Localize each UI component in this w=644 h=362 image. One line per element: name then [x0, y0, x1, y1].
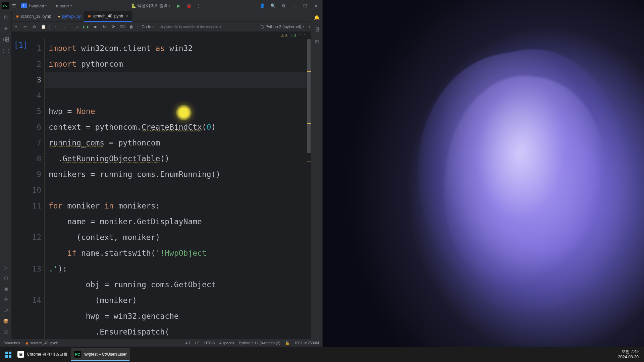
- database-tool-button[interactable]: 🗄: [313, 26, 321, 33]
- taskbar-chrome-remote[interactable]: ▣ Chrome 원격 데스크톱: [14, 348, 71, 361]
- move-down-button[interactable]: ↓: [61, 23, 68, 31]
- caret-position[interactable]: 4:1: [185, 341, 191, 345]
- separator: [158, 24, 158, 29]
- minimize-button[interactable]: —: [289, 1, 300, 10]
- project-name: hwptest: [29, 3, 44, 8]
- system-tray[interactable]: 오전 7:49 2024-08-30: [618, 349, 641, 360]
- interpreter-selector[interactable]: Python 3.12 (hwptest) (2): [239, 341, 280, 345]
- inspections-widget[interactable]: ⚠ 3 ✓ 3 ˄ ˅: [281, 32, 306, 39]
- chevron-down-icon: ▾: [45, 4, 47, 7]
- project-tool-button[interactable]: 🗀: [2, 13, 10, 20]
- titlebar: PC ☰ H hwptest ▾ ᚶ master ▾ 🐍 엑셀이미지출력 ▾ …: [0, 0, 322, 11]
- indent-settings[interactable]: 4 spaces: [219, 341, 234, 345]
- restart-button[interactable]: ↻: [101, 23, 108, 31]
- delete-cell-button[interactable]: 🗑: [128, 23, 135, 31]
- chevron-down-icon: ▾: [70, 4, 72, 7]
- run-cell-button[interactable]: ▷: [73, 23, 81, 31]
- close-button[interactable]: ✕: [311, 1, 321, 10]
- jupyter-warning: Jupyter file is outside of the module: [160, 25, 218, 29]
- inspection-down-button[interactable]: ˅: [304, 34, 306, 38]
- clear-output-button[interactable]: ⌦: [119, 23, 126, 31]
- run-button[interactable]: ▶: [175, 2, 182, 9]
- tab-label: pyhwpx.py: [62, 14, 81, 19]
- cell-type-selector[interactable]: Code ▾: [140, 24, 155, 30]
- code-with-me-button[interactable]: 👤: [257, 1, 267, 10]
- run-config-name: 엑셀이미지출력: [137, 3, 168, 9]
- chrome-remote-icon: ▣: [17, 351, 24, 358]
- file-encoding[interactable]: UTF-8: [204, 341, 215, 345]
- cell-execution-gutter: [1]: [12, 38, 31, 339]
- kernel-selector[interactable]: Python 3 (ipykernel) ▾: [261, 24, 304, 29]
- clock-time: 오전 7:49: [618, 349, 639, 355]
- jupyter-icon: ◉: [25, 341, 29, 345]
- editor-scrollbar[interactable]: [307, 39, 311, 339]
- add-cell-button[interactable]: +: [12, 23, 20, 31]
- inspection-up-button[interactable]: ˄: [299, 34, 301, 38]
- task-label: hwptest – C:\Users\user: [84, 352, 126, 357]
- kernel-status-icon: [261, 25, 264, 28]
- jupyter-variables-button[interactable]: ⊞: [313, 38, 321, 45]
- line-separator[interactable]: LF: [195, 341, 200, 345]
- close-tab-button[interactable]: ×: [126, 14, 128, 18]
- tab-scratch-40[interactable]: ◉ scratch_40.ipynb ×: [84, 11, 132, 22]
- chevron-down-icon[interactable]: ▾: [220, 25, 221, 28]
- copy-cell-button[interactable]: ⧉: [31, 23, 38, 31]
- restart-run-button[interactable]: ⟳: [110, 23, 117, 31]
- python-file-icon: ●: [58, 14, 60, 18]
- structure-tool-button[interactable]: �⵺: [2, 36, 10, 43]
- tab-scratch-39[interactable]: ◉ scratch_39.ipynb: [12, 11, 55, 22]
- problems-tool-button[interactable]: ⊘: [2, 296, 10, 303]
- commit-tool-button[interactable]: ◈: [2, 24, 10, 32]
- vcs-branch[interactable]: ᚶ master ▾: [50, 3, 74, 9]
- notifications-button[interactable]: 🔔: [313, 14, 321, 21]
- more-actions-button[interactable]: ⋮: [195, 2, 203, 9]
- tab-pyhwpx[interactable]: ● pyhwpx.py: [55, 11, 84, 22]
- project-selector[interactable]: H hwptest ▾: [19, 3, 49, 9]
- maximize-button[interactable]: ☐: [300, 1, 310, 10]
- scroll-marker-warning: [307, 123, 311, 124]
- paste-cell-button[interactable]: 📋: [40, 23, 47, 31]
- right-tool-rail: 🔔 🗄 ⊞: [311, 11, 322, 339]
- branch-name: master: [56, 3, 69, 8]
- terminal-tool-button[interactable]: ▣: [2, 285, 10, 293]
- chevron-down-icon: ▾: [169, 4, 170, 7]
- tab-label: scratch_39.ipynb: [21, 14, 51, 19]
- task-label: Chrome 원격 데스크톱: [27, 352, 67, 357]
- move-up-button[interactable]: ↑: [52, 23, 59, 31]
- memory-indicator[interactable]: 1062 of 2500M: [294, 341, 319, 345]
- search-everywhere-button[interactable]: 🔍: [268, 1, 278, 10]
- scrollbar-thumb[interactable]: [307, 39, 311, 153]
- main-menu-button[interactable]: ☰: [10, 2, 18, 9]
- start-button[interactable]: [3, 349, 14, 360]
- scroll-marker-warning: [307, 71, 311, 72]
- cut-cell-button[interactable]: ✂: [21, 23, 29, 31]
- windows-logo-icon: [5, 352, 11, 358]
- code-editor[interactable]: ⚠ 3 ✓ 3 ˄ ˅ [1] 1 2 3 4 5 6 7 8 9 10 11: [12, 32, 311, 339]
- bookmarks-tool-button[interactable]: ⋮⋮: [2, 47, 10, 55]
- python-packages-button[interactable]: 📦: [2, 317, 10, 325]
- taskbar-pycharm[interactable]: PC hwptest – C:\Users\user: [71, 348, 130, 361]
- run-config-selector[interactable]: 🐍 엑셀이미지출력 ▾: [129, 2, 172, 9]
- jupyter-icon: ◉: [88, 14, 91, 18]
- stop-button[interactable]: ■: [92, 23, 99, 31]
- separator: [138, 24, 138, 29]
- services-tool-button[interactable]: ⬡: [2, 275, 10, 282]
- separator: [49, 24, 50, 29]
- line-number-gutter: 1 2 3 4 5 6 7 8 9 10 11 12 13 14: [31, 38, 45, 339]
- ide-window: PC ☰ H hwptest ▾ ᚶ master ▾ 🐍 엑셀이미지출력 ▾ …: [0, 0, 323, 347]
- run-all-button[interactable]: ⏵⏵: [83, 23, 90, 31]
- settings-button[interactable]: ⚙: [279, 1, 289, 10]
- pycharm-icon: PC: [2, 2, 9, 9]
- breadcrumbs[interactable]: Scratches › ◉ scratch_40.ipynb: [4, 341, 58, 345]
- readonly-toggle[interactable]: 🔓: [285, 341, 290, 345]
- chevron-down-icon: ▾: [152, 25, 154, 29]
- notebook-toolbar: + ✂ ⧉ 📋 ↑ ↓ ▷ ⏵⏵ ■ ↻ ⟳ ⌦ 🗑 Code ▾ Jupyte…: [0, 22, 322, 32]
- todo-tool-button[interactable]: ☑: [2, 328, 10, 336]
- git-tool-button[interactable]: ⎇: [2, 307, 10, 314]
- debug-button[interactable]: 🐞: [185, 2, 193, 9]
- code-content[interactable]: import win32com.client as win32 import p…: [45, 38, 311, 339]
- typos-indicator: ✓ 3: [290, 34, 296, 38]
- left-tool-rail: 🗀 ◈ �⵺ ⋮⋮ ▷ ⬡ ▣ ⊘ ⎇ 📦 ☑: [0, 11, 12, 339]
- chevron-down-icon: ▾: [303, 25, 304, 28]
- python-console-button[interactable]: ▷: [2, 264, 10, 271]
